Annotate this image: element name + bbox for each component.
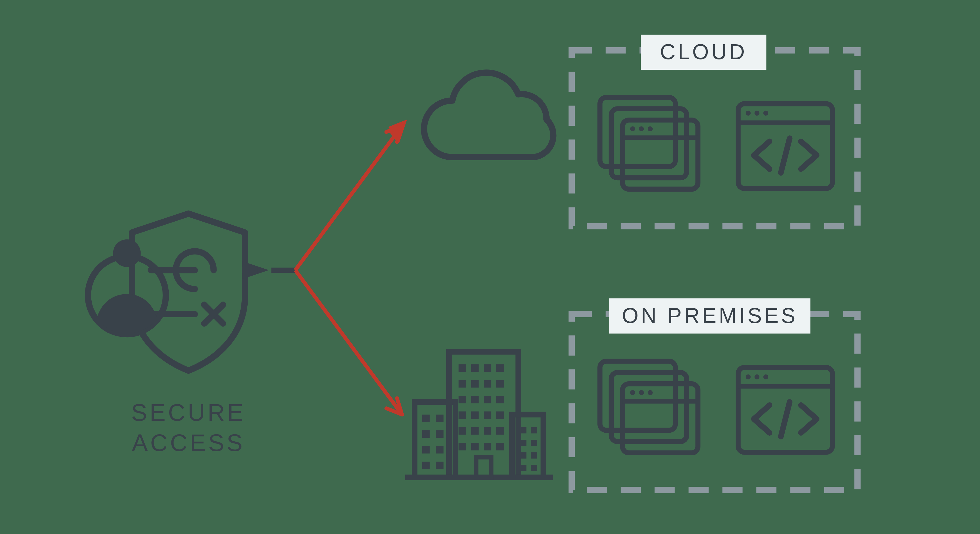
svg-rect-41 [422,430,430,438]
svg-rect-22 [458,396,466,403]
windows-stack-icon [600,361,698,453]
svg-rect-33 [496,427,504,435]
svg-rect-50 [531,440,537,446]
svg-rect-16 [484,364,491,372]
svg-rect-23 [471,396,479,403]
svg-rect-29 [496,411,504,419]
svg-rect-14 [458,364,466,372]
svg-rect-32 [484,427,491,435]
svg-rect-17 [496,364,504,372]
source-caption-line2: ACCESS [132,429,245,456]
source-caption-line1: SECURE [131,399,246,426]
svg-line-9 [295,270,402,415]
svg-rect-20 [484,380,491,388]
svg-rect-69 [572,314,858,490]
svg-rect-48 [531,427,537,434]
svg-rect-27 [471,411,479,419]
onprem-box-label: ON PREMISES [622,304,798,327]
svg-point-81 [754,374,760,380]
svg-rect-35 [471,443,479,450]
svg-rect-53 [520,465,527,471]
svg-rect-19 [471,380,479,388]
svg-rect-39 [422,415,430,422]
onprem-target-box: ON PREMISES [572,298,858,490]
code-window-icon [738,367,832,452]
svg-rect-43 [422,446,430,453]
secure-access-source [88,213,269,370]
svg-point-66 [746,111,751,116]
svg-rect-36 [484,443,491,450]
cloud-icon [424,73,554,157]
svg-rect-24 [484,396,491,403]
svg-point-68 [763,111,768,116]
svg-rect-40 [436,415,444,422]
svg-point-61 [630,126,635,131]
svg-rect-47 [520,427,527,434]
svg-rect-38 [476,457,491,477]
svg-rect-49 [520,440,527,446]
svg-rect-46 [436,462,444,469]
windows-stack-icon [600,97,698,189]
svg-rect-30 [458,427,466,435]
svg-rect-21 [496,380,504,388]
svg-rect-44 [436,446,444,453]
code-window-icon [738,104,832,189]
svg-rect-15 [471,364,479,372]
svg-rect-26 [458,411,466,419]
arrow-to-cloud [295,119,407,270]
arrow-to-onprem [295,270,402,415]
building-icon [405,352,553,478]
svg-rect-25 [496,396,504,403]
svg-point-62 [639,126,644,131]
svg-rect-45 [422,462,430,469]
svg-rect-51 [520,452,527,458]
svg-rect-54 [531,465,537,471]
svg-point-63 [648,126,653,131]
svg-rect-52 [531,452,537,458]
svg-point-76 [639,390,644,395]
svg-rect-42 [436,430,444,438]
svg-rect-31 [471,427,479,435]
svg-point-75 [630,390,635,395]
svg-rect-55 [572,50,858,226]
cloud-target-box: CLOUD [572,35,858,226]
cloud-box-label: CLOUD [660,40,747,64]
svg-point-67 [754,111,760,116]
svg-point-80 [746,374,751,380]
svg-rect-28 [484,411,491,419]
svg-line-6 [295,126,402,270]
shield-icon [132,213,269,370]
svg-point-77 [648,390,653,395]
svg-rect-18 [458,380,466,388]
svg-rect-34 [458,443,466,450]
secure-access-diagram: SECURE ACCESS [0,0,980,534]
svg-rect-37 [496,443,504,450]
user-avatar-icon [88,240,166,334]
svg-point-82 [763,374,768,380]
